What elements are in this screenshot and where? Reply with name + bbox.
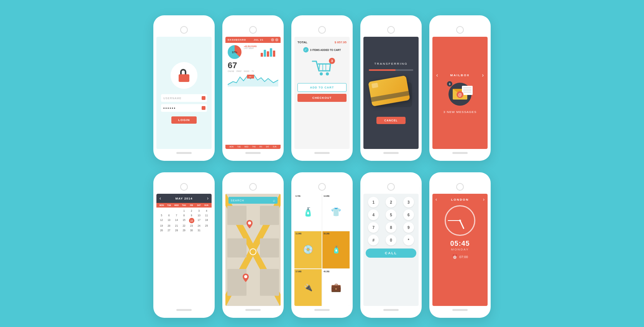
- phones-grid: USERNAME •••••• LOGIN DASHBOARD JUL 21: [138, 0, 506, 327]
- nav-forward[interactable]: ›: [482, 72, 484, 78]
- cal-cell[interactable]: 20: [166, 224, 173, 228]
- dial-key-#[interactable]: #: [368, 235, 379, 245]
- svg-rect-17: [260, 206, 279, 225]
- call-button[interactable]: CALL: [366, 249, 416, 258]
- svg-rect-18: [227, 239, 246, 258]
- shop-item-1[interactable]: 6.70$ 🧴: [294, 194, 322, 231]
- cal-cell[interactable]: 19: [158, 224, 165, 228]
- cal-cell[interactable]: 12: [158, 218, 165, 223]
- phone-mailbox: ‹ MAILBOX › @: [429, 15, 491, 161]
- dash-icon1: [271, 38, 274, 41]
- dash-footer: MON TUE WED THU FRI SAT SUN: [225, 145, 281, 149]
- dial-key-4[interactable]: 4: [368, 209, 379, 220]
- cal-cell[interactable]: 8: [181, 213, 188, 217]
- cal-cell[interactable]: 3: [196, 209, 203, 213]
- cal-prev[interactable]: ‹: [159, 196, 161, 201]
- cart-total: TOTAL $ 857.95: [297, 41, 347, 44]
- dial-key-1[interactable]: 1: [368, 197, 379, 208]
- svg-rect-19: [260, 239, 279, 258]
- cart-badge: 3: [329, 58, 335, 64]
- dial-key-5[interactable]: 5: [386, 209, 396, 220]
- shop-item-6[interactable]: 45.35$ 💼: [322, 269, 350, 306]
- cal-cell[interactable]: 7: [173, 213, 180, 217]
- doc-lines: [462, 86, 473, 95]
- clock-center: [459, 220, 461, 222]
- cal-cell[interactable]: 2: [188, 209, 195, 213]
- phone-clock: ‹ LONDON › 05:45 MONDAY ⏰ 07:00: [429, 172, 491, 318]
- cal-cell[interactable]: 5: [158, 213, 165, 217]
- login-button[interactable]: LOGIN: [171, 116, 197, 124]
- cal-cell[interactable]: 30: [188, 228, 195, 232]
- shop-item-3[interactable]: 11.90$ 💿: [294, 231, 322, 268]
- cal-cell[interactable]: 28: [173, 228, 180, 232]
- dial-key-0[interactable]: 0: [386, 235, 396, 245]
- calendar-screen: ‹ MAY 2014 › MON TUE WED THU FRI SAT SUN…: [156, 194, 212, 306]
- cal-cell[interactable]: 14: [173, 218, 180, 223]
- dial-grid: 123456789#0*: [366, 197, 416, 245]
- clock-nav-forward[interactable]: ›: [483, 197, 485, 202]
- cart-screen: TOTAL $ 857.95 ✓ 3 ITEMS ADDED TO CART: [294, 37, 350, 149]
- cal-cell[interactable]: 27: [166, 228, 173, 232]
- password-field[interactable]: ••••••: [161, 104, 207, 112]
- add-to-cart-button[interactable]: ADD TO CART: [297, 83, 347, 92]
- cal-cell[interactable]: 11: [203, 213, 210, 217]
- map-svg: [225, 194, 281, 306]
- hour-hand: [460, 220, 464, 229]
- search-icon: ⌕: [273, 198, 275, 203]
- cal-cell[interactable]: 6: [166, 213, 173, 217]
- cal-cell[interactable]: 9: [188, 213, 195, 217]
- cal-cell[interactable]: 24: [196, 224, 203, 228]
- envelope-body: @: [453, 89, 467, 100]
- map-search-bar[interactable]: SEARCH ⌕: [228, 197, 278, 204]
- clock-nav-back[interactable]: ‹: [435, 197, 437, 202]
- cal-cell: [158, 209, 165, 213]
- nav-back[interactable]: ‹: [436, 72, 438, 78]
- cancel-button[interactable]: CANCEL: [376, 117, 405, 124]
- cart-graphic: 3: [310, 59, 334, 80]
- shop-item-5[interactable]: 17.68$ 🔌: [294, 269, 322, 306]
- cal-cell[interactable]: 21: [173, 224, 180, 228]
- checkout-button[interactable]: CHECKOUT: [297, 94, 347, 102]
- phone-dialer: 123456789#0* CALL: [360, 172, 422, 318]
- shop-item-4[interactable]: 33.20$ 🧴: [322, 231, 350, 268]
- cal-cell[interactable]: 4: [203, 209, 210, 213]
- svg-point-24: [244, 275, 247, 278]
- mailbox-badge: 3: [447, 81, 452, 87]
- cal-cell[interactable]: 26: [158, 228, 165, 232]
- dial-key-7[interactable]: 7: [368, 222, 379, 233]
- svg-point-11: [320, 72, 323, 75]
- cal-cell[interactable]: 22: [181, 224, 188, 228]
- phone-login: USERNAME •••••• LOGIN: [153, 15, 215, 161]
- cal-cell[interactable]: 18: [203, 218, 210, 223]
- cal-cell: [173, 209, 180, 213]
- cal-cell[interactable]: 17: [196, 218, 203, 223]
- dial-key-9[interactable]: 9: [403, 222, 414, 233]
- cal-next[interactable]: ›: [207, 196, 209, 201]
- cal-cell[interactable]: 13: [166, 218, 173, 223]
- mailbox-header: ‹ MAILBOX ›: [436, 72, 484, 78]
- cal-cell[interactable]: 31: [196, 228, 203, 232]
- dial-key-2[interactable]: 2: [386, 197, 396, 208]
- shop-screen: 6.70$ 🧴 14.95$ 👕 11.90$ 💿 33.20$ 🧴 17.68…: [294, 194, 350, 306]
- cal-cell[interactable]: 16: [189, 218, 194, 223]
- cal-cell[interactable]: 1: [181, 209, 188, 213]
- wave-chart: JAN 7: [228, 73, 278, 87]
- username-field[interactable]: USERNAME: [161, 94, 207, 102]
- cal-cell[interactable]: 25: [203, 224, 210, 228]
- dial-key-8[interactable]: 8: [386, 222, 396, 233]
- svg-line-4: [316, 61, 319, 71]
- dial-key-6[interactable]: 6: [403, 209, 414, 220]
- dial-key-*[interactable]: *: [403, 235, 414, 245]
- shop-item-2[interactable]: 14.95$ 👕: [322, 194, 350, 231]
- svg-line-8: [319, 64, 320, 71]
- cal-cell[interactable]: 15: [181, 218, 188, 223]
- clock-face: [445, 205, 475, 236]
- cal-cell[interactable]: 10: [196, 213, 203, 217]
- envelope-container: @ 3: [449, 83, 472, 106]
- clock-header: ‹ LONDON ›: [435, 197, 485, 202]
- dial-key-3[interactable]: 3: [403, 197, 414, 208]
- cal-cell[interactable]: 23: [188, 224, 195, 228]
- cal-cell[interactable]: 29: [181, 228, 188, 232]
- bar-chart: [261, 45, 275, 57]
- progress-bar: [369, 69, 413, 71]
